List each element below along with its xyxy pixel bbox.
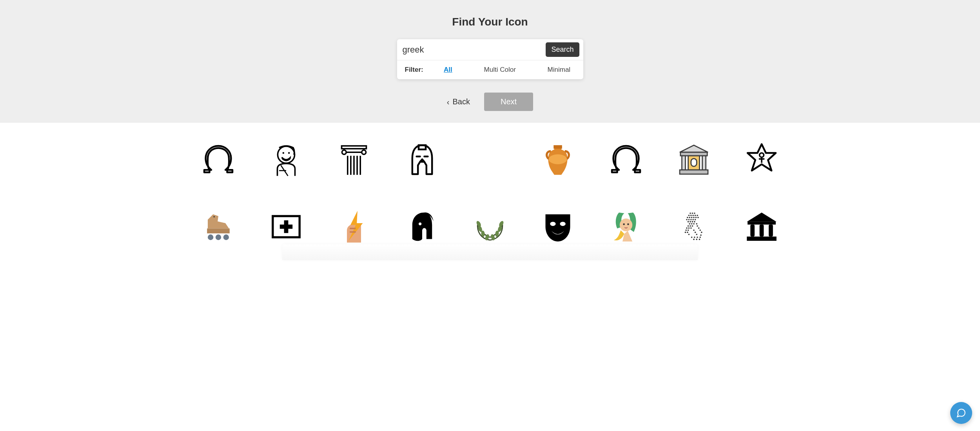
omega-outline-icon[interactable] [201,142,236,178]
corinthian-helmet-solid-icon[interactable] [405,209,440,244]
ionic-column-icon[interactable] [336,142,372,178]
svg-point-62 [686,219,688,220]
svg-point-84 [688,229,689,231]
filter-option-minimal[interactable]: Minimal [548,66,571,74]
nav-row: ‹ Back Next [8,93,972,111]
temple-color-icon[interactable] [676,142,711,178]
svg-rect-25 [207,229,230,234]
omega-outline-alt-icon[interactable] [608,142,644,178]
svg-point-70 [694,221,695,223]
bottom-panel-edge [282,244,698,260]
svg-point-65 [692,219,694,220]
svg-point-91 [688,234,690,235]
search-header-section: Find Your Icon Search Filter: All Multi … [0,0,980,123]
svg-point-51 [688,215,690,216]
svg-point-64 [690,219,692,220]
filter-option-all[interactable]: All [444,66,452,74]
svg-point-86 [699,229,701,231]
svg-rect-103 [751,225,755,237]
svg-point-27 [215,235,221,240]
back-button[interactable]: ‹ Back [447,97,470,106]
greece-map-dots-icon[interactable] [676,209,711,244]
svg-point-67 [688,221,689,223]
next-button[interactable]: Next [484,93,533,111]
search-button[interactable]: Search [546,42,579,57]
svg-rect-20 [680,170,708,174]
svg-point-1 [283,152,285,154]
search-card: Search Filter: All Multi Color Minimal [397,39,583,79]
greek-cross-box-icon[interactable] [269,209,304,244]
filter-options: All Multi Color Minimal [439,66,575,74]
svg-point-88 [687,232,688,233]
svg-point-68 [690,221,691,223]
laurel-wreath-icon[interactable] [472,209,508,244]
svg-point-79 [686,227,688,229]
svg-marker-101 [747,213,777,222]
svg-point-98 [693,239,695,240]
filter-row: Filter: All Multi Color Minimal [397,60,583,79]
svg-point-97 [699,236,701,238]
svg-point-96 [697,236,698,238]
star-ankh-icon[interactable] [744,142,779,178]
results-section [0,123,980,276]
svg-rect-12 [554,145,563,149]
temple-solid-icon[interactable] [744,209,779,244]
svg-point-66 [695,219,696,220]
page-title: Find Your Icon [8,16,972,28]
svg-point-93 [700,235,702,236]
svg-point-46 [623,223,625,225]
mermaid-color-icon[interactable] [608,209,644,244]
svg-point-48 [690,213,691,214]
svg-rect-106 [747,236,777,241]
svg-point-81 [690,227,692,229]
svg-point-55 [697,215,698,216]
svg-point-29 [213,216,215,218]
svg-point-90 [701,232,702,233]
svg-point-26 [208,235,213,240]
svg-rect-17 [702,156,706,170]
svg-point-54 [695,215,696,216]
svg-point-59 [693,217,695,218]
svg-point-87 [685,232,686,233]
svg-rect-16 [682,156,685,170]
svg-point-34 [419,222,421,225]
svg-point-47 [627,223,629,225]
svg-point-45 [619,218,632,231]
theater-mask-icon[interactable] [540,209,575,244]
svg-point-69 [692,221,693,223]
filter-label: Filter: [405,66,423,74]
svg-point-60 [695,217,697,218]
svg-point-76 [690,225,691,227]
svg-point-94 [691,236,693,238]
svg-point-82 [698,227,700,229]
svg-point-22 [760,153,764,157]
amphora-color-icon[interactable] [540,142,575,178]
chevron-left-icon: ‹ [447,98,450,106]
svg-point-74 [696,223,697,225]
trojan-horse-color-icon[interactable] [201,209,236,244]
svg-rect-105 [769,225,773,237]
svg-point-72 [691,223,693,225]
svg-point-28 [223,235,229,240]
filter-option-multicolor[interactable]: Multi Color [484,66,516,74]
svg-point-52 [690,215,692,216]
svg-point-61 [697,217,699,218]
svg-point-99 [696,239,697,240]
svg-rect-104 [760,225,764,237]
search-input[interactable] [403,43,546,56]
philosopher-icon[interactable] [269,142,304,178]
svg-rect-19 [691,158,697,166]
svg-point-85 [693,229,695,231]
svg-point-95 [694,236,695,238]
svg-point-100 [699,239,701,240]
zeus-lightning-fist-icon[interactable] [336,209,372,244]
svg-point-49 [692,213,693,214]
svg-point-57 [689,217,690,218]
svg-point-50 [694,213,695,214]
icon-grid [196,142,784,244]
svg-point-71 [689,223,690,225]
search-row: Search [397,39,583,60]
svg-point-2 [288,152,290,154]
spartan-helmet-outline-icon[interactable] [405,142,440,178]
svg-point-13 [549,155,567,164]
